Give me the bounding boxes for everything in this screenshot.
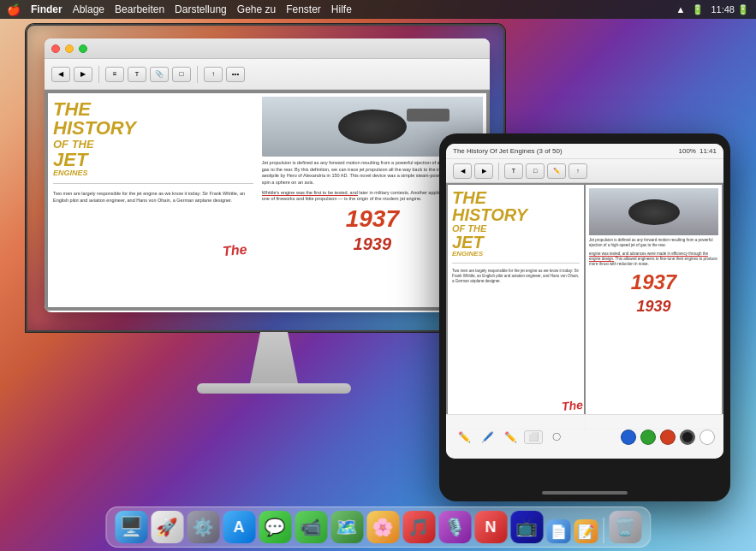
dock-podcasts[interactable]: 🎙️ xyxy=(438,511,471,543)
dock-maps[interactable]: 🗺️ xyxy=(330,511,363,543)
toolbar-text[interactable]: T xyxy=(128,67,146,82)
menubar-ablage[interactable]: Ablage xyxy=(73,3,104,15)
ipad-eraser-tool[interactable]: ⬜ xyxy=(524,430,543,444)
trash-icon: 🗑️ xyxy=(615,517,636,537)
ipad-body: The History Of Jet Engines (3 of 50) 100… xyxy=(439,133,730,501)
maximize-button[interactable] xyxy=(79,44,87,53)
imac-stand xyxy=(240,332,308,383)
dock-photos[interactable]: 🌸 xyxy=(366,511,399,543)
pages-window[interactable]: ◀ ▶ ≡ T 📎 □ ↑ ••• THE xyxy=(45,39,490,312)
ipad-right-col: Jet propulsion is defined as any forward… xyxy=(586,185,722,428)
article-title-line4: JET xyxy=(53,151,253,169)
ipad-container: The History Of Jet Engines (3 of 50) 100… xyxy=(439,133,730,501)
ipad-title-line2: HISTORY xyxy=(452,206,580,223)
dock-news[interactable]: N xyxy=(474,511,507,543)
ipad-color-black[interactable] xyxy=(680,430,695,445)
menubar-darstellung[interactable]: Darstellung xyxy=(175,3,227,15)
ipad-toolbar-sep1 xyxy=(498,163,499,180)
launchpad-icon: 🚀 xyxy=(157,517,178,537)
ipad-toolbar-btn6[interactable]: ↑ xyxy=(568,163,587,179)
article-title-line2: HISTORY xyxy=(53,119,253,138)
dock-music[interactable]: 🎵 xyxy=(402,511,435,543)
music-icon: 🎵 xyxy=(408,517,430,537)
ipad-title: The History Of Jet Engines (3 of 50) xyxy=(453,147,563,155)
toolbar-shape[interactable]: □ xyxy=(172,67,191,82)
ipad-pen-tool-1[interactable]: ✏️ xyxy=(455,428,473,447)
ipad-color-white[interactable] xyxy=(699,430,715,445)
ipad-toolbar-btn5[interactable]: ✏️ xyxy=(547,163,566,179)
ipad-toolbar-btn4[interactable]: □ xyxy=(526,163,545,179)
dock-facetime[interactable]: 📹 xyxy=(295,511,327,543)
toolbar-more[interactable]: ••• xyxy=(226,67,245,82)
tv-icon: 📺 xyxy=(516,517,538,537)
desktop: 🍎 Finder Ablage Bearbeiten Darstellung G… xyxy=(0,0,756,551)
article-body-left: Two men are largely responsible for the … xyxy=(53,191,253,204)
ipad-time: 11:41 xyxy=(699,147,717,155)
ipad-color-red[interactable] xyxy=(660,430,676,445)
dock-preferences[interactable]: ⚙️ xyxy=(187,511,219,543)
window-toolbar: ◀ ▶ ≡ T 📎 □ ↑ ••• xyxy=(45,59,490,90)
menubar-bearbeiten[interactable]: Bearbeiten xyxy=(115,3,164,15)
ipad-title-line5: ENGINES xyxy=(452,251,580,258)
ipad-toolbar-btn2[interactable]: ▶ xyxy=(474,163,493,179)
ipad-status-right: 100% 11:41 xyxy=(679,147,717,155)
dock-messages[interactable]: 💬 xyxy=(259,511,291,543)
dock: 🖥️ 🚀 ⚙️ A 💬 📹 🗺️ 🌸 🎵 🎙️ N xyxy=(105,507,651,548)
dock-tv[interactable]: 📺 xyxy=(510,511,543,543)
ipad-body-left: Two men are largely responsible for the … xyxy=(452,269,580,285)
dock-appstore[interactable]: A xyxy=(223,511,255,543)
toolbar-attach[interactable]: 📎 xyxy=(150,67,169,82)
annotation-the-imac: The xyxy=(222,242,247,259)
left-column: THE HISTORY OF THE JET The ENGINES Two m… xyxy=(48,93,259,307)
ipad-lasso-tool[interactable]: 〇 xyxy=(547,428,566,447)
dock-finder[interactable]: 🖥️ xyxy=(115,511,147,543)
ipad-toolbar-btn3[interactable]: T xyxy=(504,163,523,179)
menubar-hilfe[interactable]: Hilfe xyxy=(331,3,352,15)
menubar-gehe-zu[interactable]: Gehe zu xyxy=(237,3,276,15)
facetime-icon: 📹 xyxy=(301,517,322,537)
ipad-pen-tool-3[interactable]: ✏️ xyxy=(501,428,520,447)
article-title-line1: THE xyxy=(53,100,253,119)
ipad-pen-tool-2[interactable]: 🖊️ xyxy=(478,428,497,447)
minimize-button[interactable] xyxy=(65,44,74,53)
menubar-app-name[interactable]: Finder xyxy=(31,3,63,15)
ipad-home-bar xyxy=(542,491,628,495)
notes-icon: 📝 xyxy=(577,524,594,540)
dock-separator xyxy=(603,518,604,543)
ipad-toolbar-btn1[interactable]: ◀ xyxy=(453,163,472,179)
appstore-icon: A xyxy=(234,518,245,536)
ipad-year-stamp-1937: 1937 xyxy=(589,270,718,294)
underlined-text: Whittle's engine was the first to be tes… xyxy=(262,190,358,196)
messages-icon: 💬 xyxy=(265,517,286,537)
ipad-article-image xyxy=(589,188,718,235)
toolbar-sep1 xyxy=(98,66,99,83)
ipad-title-line4: JET xyxy=(452,234,580,251)
apple-menu[interactable]: 🍎 xyxy=(7,3,21,16)
ipad-body-right-mid: engine was tested, and advances were mad… xyxy=(589,252,718,268)
ipad-title-line1: THE xyxy=(452,189,580,206)
pages-icon: 📄 xyxy=(550,524,567,540)
ipad-left-col: THE HISTORY OF THE JET The ENGINES Two m… xyxy=(448,185,584,428)
ipad-bottom-toolbar: ✏️ 🖊️ ✏️ ⬜ 〇 xyxy=(446,414,723,459)
close-button[interactable] xyxy=(51,44,60,53)
toolbar-back[interactable]: ◀ xyxy=(51,67,70,82)
toolbar-share[interactable]: ↑ xyxy=(204,67,223,82)
battery-icon: 🔋 xyxy=(692,4,704,15)
ipad-color-green[interactable] xyxy=(640,430,656,445)
doc-page: THE HISTORY OF THE JET The ENGINES Two m… xyxy=(48,93,486,307)
preferences-icon: ⚙️ xyxy=(193,517,214,537)
menubar-left: 🍎 Finder Ablage Bearbeiten Darstellung G… xyxy=(7,3,352,16)
window-titlebar xyxy=(45,39,490,59)
dock-trash[interactable]: 🗑️ xyxy=(609,511,641,543)
toolbar-fwd[interactable]: ▶ xyxy=(74,67,92,82)
podcasts-icon: 🎙️ xyxy=(444,517,466,537)
menubar-fenster[interactable]: Fenster xyxy=(286,3,321,15)
toolbar-view[interactable]: ≡ xyxy=(105,67,124,82)
dock-pages[interactable]: 📄 xyxy=(546,519,570,543)
ipad-color-blue[interactable] xyxy=(621,430,636,445)
menubar: 🍎 Finder Ablage Bearbeiten Darstellung G… xyxy=(0,0,756,19)
dock-notes[interactable]: 📝 xyxy=(574,519,598,543)
dock-launchpad[interactable]: 🚀 xyxy=(151,511,183,543)
news-icon: N xyxy=(485,518,497,536)
doc-content: THE HISTORY OF THE JET The ENGINES Two m… xyxy=(45,90,490,311)
